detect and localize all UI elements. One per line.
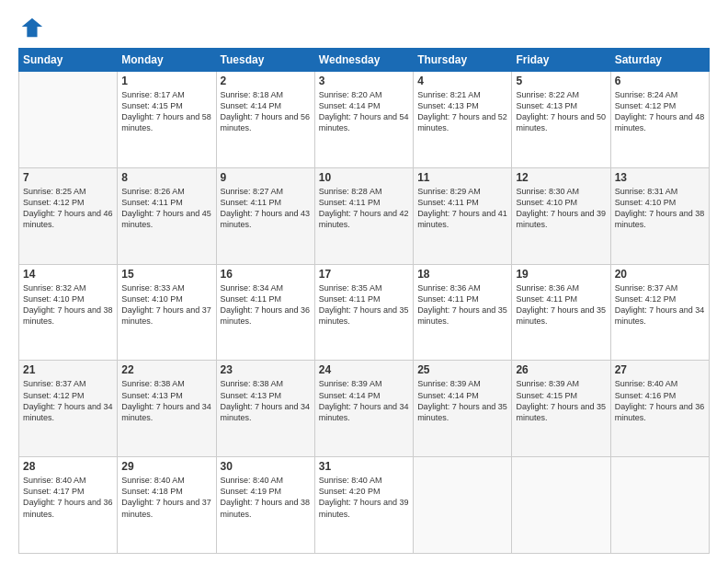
calendar-week-row: 7Sunrise: 8:25 AMSunset: 4:12 PMDaylight… bbox=[19, 167, 710, 264]
calendar-cell: 17Sunrise: 8:35 AMSunset: 4:11 PMDayligh… bbox=[314, 264, 413, 361]
day-number: 12 bbox=[516, 171, 606, 184]
calendar-header-row: SundayMondayTuesdayWednesdayThursdayFrid… bbox=[19, 49, 710, 72]
svg-marker-0 bbox=[22, 18, 42, 38]
calendar-cell: 23Sunrise: 8:38 AMSunset: 4:13 PMDayligh… bbox=[216, 361, 314, 457]
calendar-cell bbox=[610, 457, 709, 554]
calendar-cell: 31Sunrise: 8:40 AMSunset: 4:20 PMDayligh… bbox=[314, 457, 413, 554]
calendar-cell: 10Sunrise: 8:28 AMSunset: 4:11 PMDayligh… bbox=[314, 167, 413, 264]
day-number: 11 bbox=[417, 171, 507, 184]
day-info: Sunrise: 8:37 AMSunset: 4:12 PMDaylight:… bbox=[615, 282, 705, 327]
day-number: 27 bbox=[615, 363, 705, 376]
day-number: 24 bbox=[319, 363, 409, 376]
day-number: 21 bbox=[23, 363, 113, 376]
day-number: 4 bbox=[417, 75, 507, 87]
calendar-week-row: 28Sunrise: 8:40 AMSunset: 4:17 PMDayligh… bbox=[19, 457, 710, 554]
day-info: Sunrise: 8:40 AMSunset: 4:17 PMDaylight:… bbox=[23, 475, 113, 520]
header bbox=[18, 15, 710, 40]
day-number: 2 bbox=[221, 75, 311, 87]
calendar-cell: 21Sunrise: 8:37 AMSunset: 4:12 PMDayligh… bbox=[19, 361, 118, 457]
day-number: 6 bbox=[615, 75, 705, 87]
calendar-cell: 19Sunrise: 8:36 AMSunset: 4:11 PMDayligh… bbox=[512, 264, 610, 361]
day-number: 19 bbox=[516, 268, 606, 281]
calendar-cell: 24Sunrise: 8:39 AMSunset: 4:14 PMDayligh… bbox=[314, 361, 413, 457]
day-info: Sunrise: 8:36 AMSunset: 4:11 PMDaylight:… bbox=[516, 282, 606, 327]
calendar-cell: 1Sunrise: 8:17 AMSunset: 4:15 PMDaylight… bbox=[118, 72, 216, 168]
day-info: Sunrise: 8:29 AMSunset: 4:11 PMDaylight:… bbox=[417, 186, 507, 231]
calendar-cell: 27Sunrise: 8:40 AMSunset: 4:16 PMDayligh… bbox=[610, 361, 709, 457]
day-number: 18 bbox=[417, 268, 507, 281]
logo-icon bbox=[18, 15, 44, 40]
day-info: Sunrise: 8:32 AMSunset: 4:10 PMDaylight:… bbox=[23, 282, 113, 327]
day-number: 14 bbox=[23, 268, 113, 281]
page: SundayMondayTuesdayWednesdayThursdayFrid… bbox=[0, 0, 728, 563]
day-info: Sunrise: 8:36 AMSunset: 4:11 PMDaylight:… bbox=[417, 282, 507, 327]
calendar-cell: 29Sunrise: 8:40 AMSunset: 4:18 PMDayligh… bbox=[118, 457, 216, 554]
day-number: 29 bbox=[121, 460, 211, 473]
calendar-cell: 7Sunrise: 8:25 AMSunset: 4:12 PMDaylight… bbox=[19, 167, 118, 264]
calendar-cell: 28Sunrise: 8:40 AMSunset: 4:17 PMDayligh… bbox=[19, 457, 118, 554]
calendar-header-sunday: Sunday bbox=[19, 49, 118, 72]
day-info: Sunrise: 8:33 AMSunset: 4:10 PMDaylight:… bbox=[121, 282, 211, 327]
calendar-cell: 12Sunrise: 8:30 AMSunset: 4:10 PMDayligh… bbox=[512, 167, 610, 264]
day-number: 31 bbox=[319, 460, 409, 473]
calendar-cell: 5Sunrise: 8:22 AMSunset: 4:13 PMDaylight… bbox=[512, 72, 610, 168]
day-info: Sunrise: 8:20 AMSunset: 4:14 PMDaylight:… bbox=[319, 89, 409, 134]
calendar-cell: 22Sunrise: 8:38 AMSunset: 4:13 PMDayligh… bbox=[118, 361, 216, 457]
calendar-header-saturday: Saturday bbox=[610, 49, 709, 72]
day-info: Sunrise: 8:39 AMSunset: 4:14 PMDaylight:… bbox=[319, 378, 409, 423]
calendar-cell: 9Sunrise: 8:27 AMSunset: 4:11 PMDaylight… bbox=[216, 167, 314, 264]
day-info: Sunrise: 8:22 AMSunset: 4:13 PMDaylight:… bbox=[516, 89, 606, 134]
calendar-cell: 2Sunrise: 8:18 AMSunset: 4:14 PMDaylight… bbox=[216, 72, 314, 168]
calendar-header-monday: Monday bbox=[118, 49, 216, 72]
day-info: Sunrise: 8:40 AMSunset: 4:19 PMDaylight:… bbox=[221, 475, 311, 520]
calendar-cell bbox=[19, 72, 118, 168]
calendar-cell: 13Sunrise: 8:31 AMSunset: 4:10 PMDayligh… bbox=[610, 167, 709, 264]
calendar-header-wednesday: Wednesday bbox=[314, 49, 413, 72]
day-number: 26 bbox=[516, 363, 606, 376]
day-number: 25 bbox=[417, 363, 507, 376]
calendar-cell: 16Sunrise: 8:34 AMSunset: 4:11 PMDayligh… bbox=[216, 264, 314, 361]
calendar-cell bbox=[414, 457, 512, 554]
calendar-cell: 18Sunrise: 8:36 AMSunset: 4:11 PMDayligh… bbox=[414, 264, 512, 361]
day-number: 1 bbox=[121, 75, 211, 87]
day-number: 13 bbox=[615, 171, 705, 184]
day-info: Sunrise: 8:39 AMSunset: 4:14 PMDaylight:… bbox=[417, 378, 507, 423]
day-number: 7 bbox=[23, 171, 113, 184]
calendar-table: SundayMondayTuesdayWednesdayThursdayFrid… bbox=[18, 48, 710, 554]
calendar-cell: 30Sunrise: 8:40 AMSunset: 4:19 PMDayligh… bbox=[216, 457, 314, 554]
day-info: Sunrise: 8:31 AMSunset: 4:10 PMDaylight:… bbox=[615, 186, 705, 231]
calendar-week-row: 21Sunrise: 8:37 AMSunset: 4:12 PMDayligh… bbox=[19, 361, 710, 457]
day-info: Sunrise: 8:35 AMSunset: 4:11 PMDaylight:… bbox=[319, 282, 409, 327]
day-info: Sunrise: 8:18 AMSunset: 4:14 PMDaylight:… bbox=[221, 89, 311, 134]
day-number: 23 bbox=[221, 363, 311, 376]
day-info: Sunrise: 8:25 AMSunset: 4:12 PMDaylight:… bbox=[23, 186, 113, 231]
calendar-cell: 3Sunrise: 8:20 AMSunset: 4:14 PMDaylight… bbox=[314, 72, 413, 168]
day-number: 5 bbox=[516, 75, 606, 87]
day-number: 17 bbox=[319, 268, 409, 281]
day-info: Sunrise: 8:39 AMSunset: 4:15 PMDaylight:… bbox=[516, 378, 606, 423]
day-info: Sunrise: 8:17 AMSunset: 4:15 PMDaylight:… bbox=[121, 89, 211, 134]
calendar-cell: 25Sunrise: 8:39 AMSunset: 4:14 PMDayligh… bbox=[414, 361, 512, 457]
calendar-cell: 26Sunrise: 8:39 AMSunset: 4:15 PMDayligh… bbox=[512, 361, 610, 457]
day-info: Sunrise: 8:38 AMSunset: 4:13 PMDaylight:… bbox=[121, 378, 211, 423]
calendar-cell bbox=[512, 457, 610, 554]
calendar-header-thursday: Thursday bbox=[414, 49, 512, 72]
calendar-week-row: 1Sunrise: 8:17 AMSunset: 4:15 PMDaylight… bbox=[19, 72, 710, 168]
day-number: 20 bbox=[615, 268, 705, 281]
day-info: Sunrise: 8:38 AMSunset: 4:13 PMDaylight:… bbox=[221, 378, 311, 423]
day-info: Sunrise: 8:24 AMSunset: 4:12 PMDaylight:… bbox=[615, 89, 705, 134]
calendar-cell: 6Sunrise: 8:24 AMSunset: 4:12 PMDaylight… bbox=[610, 72, 709, 168]
day-number: 9 bbox=[221, 171, 311, 184]
calendar-cell: 11Sunrise: 8:29 AMSunset: 4:11 PMDayligh… bbox=[414, 167, 512, 264]
day-number: 8 bbox=[121, 171, 211, 184]
day-info: Sunrise: 8:40 AMSunset: 4:16 PMDaylight:… bbox=[615, 378, 705, 423]
day-number: 10 bbox=[319, 171, 409, 184]
day-number: 3 bbox=[319, 75, 409, 87]
day-number: 16 bbox=[221, 268, 311, 281]
day-info: Sunrise: 8:34 AMSunset: 4:11 PMDaylight:… bbox=[221, 282, 311, 327]
calendar-header-friday: Friday bbox=[512, 49, 610, 72]
day-info: Sunrise: 8:37 AMSunset: 4:12 PMDaylight:… bbox=[23, 378, 113, 423]
calendar-cell: 8Sunrise: 8:26 AMSunset: 4:11 PMDaylight… bbox=[118, 167, 216, 264]
day-info: Sunrise: 8:26 AMSunset: 4:11 PMDaylight:… bbox=[121, 186, 211, 231]
day-number: 15 bbox=[121, 268, 211, 281]
